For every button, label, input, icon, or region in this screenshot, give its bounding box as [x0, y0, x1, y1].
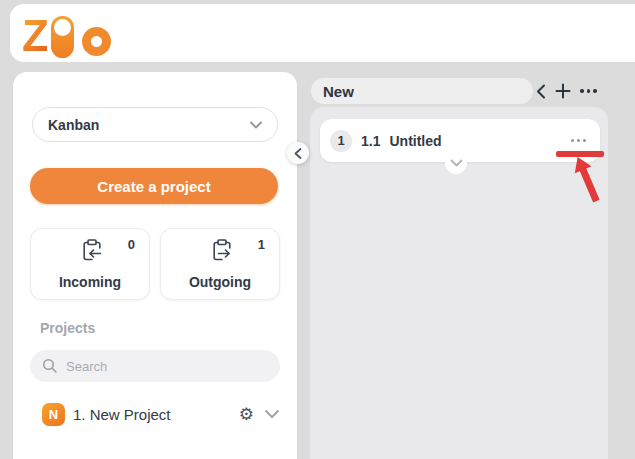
- add-card-button[interactable]: [555, 83, 571, 99]
- projects-heading: Projects: [40, 320, 95, 336]
- search-box[interactable]: [30, 350, 280, 382]
- card-code: 1.1: [361, 133, 380, 149]
- project-badge: N: [42, 403, 65, 426]
- ellipsis-icon: [571, 139, 586, 142]
- annotation-arrow-icon: [567, 153, 607, 208]
- chevron-down-icon: [250, 121, 262, 129]
- sidebar: Kanban Create a project 0 Incoming 1: [13, 72, 297, 459]
- card-expand-button[interactable]: [445, 152, 467, 174]
- logo-i-dot: [54, 19, 71, 36]
- column-title-field[interactable]: New: [311, 78, 533, 104]
- outgoing-count: 1: [258, 237, 265, 252]
- outgoing-card[interactable]: 1 Outgoing: [160, 228, 280, 300]
- view-select-value: Kanban: [48, 117, 99, 133]
- incoming-label: Incoming: [31, 274, 149, 290]
- gear-icon[interactable]: ⚙: [239, 406, 254, 423]
- logo-letter-i: [51, 16, 74, 58]
- card-menu-button[interactable]: [571, 139, 586, 142]
- zio-logo[interactable]: Z: [22, 10, 111, 58]
- outgoing-label: Outgoing: [161, 274, 279, 290]
- plus-icon: [555, 83, 571, 99]
- incoming-count: 0: [128, 237, 135, 252]
- search-icon: [42, 358, 58, 374]
- column-menu-button[interactable]: [580, 89, 597, 93]
- create-project-button[interactable]: Create a project: [30, 168, 278, 204]
- view-select[interactable]: Kanban: [32, 107, 278, 142]
- ellipsis-icon: [580, 89, 597, 93]
- column-collapse-button[interactable]: [536, 84, 546, 99]
- incoming-card[interactable]: 0 Incoming: [30, 228, 150, 300]
- project-chevron-down-icon[interactable]: [264, 409, 280, 419]
- card-index-badge: 1: [330, 130, 352, 152]
- search-input[interactable]: [66, 359, 268, 374]
- clipboard-import-icon: [79, 238, 105, 264]
- logo-letter-o: [82, 27, 111, 56]
- chevron-left-icon: [294, 148, 302, 159]
- chevron-down-icon: [450, 159, 463, 167]
- column-title: New: [323, 83, 354, 100]
- column-toolbar: [536, 80, 597, 102]
- chevron-left-icon: [536, 84, 546, 99]
- clipboard-export-icon: [209, 238, 235, 264]
- project-name: 1. New Project: [73, 406, 239, 423]
- sidebar-collapse-button[interactable]: [287, 142, 309, 164]
- topbar: Z: [10, 4, 635, 62]
- project-row[interactable]: N 1. New Project ⚙: [30, 398, 280, 430]
- logo-letter-z: Z: [22, 14, 47, 58]
- card-title: Untitled: [389, 133, 571, 149]
